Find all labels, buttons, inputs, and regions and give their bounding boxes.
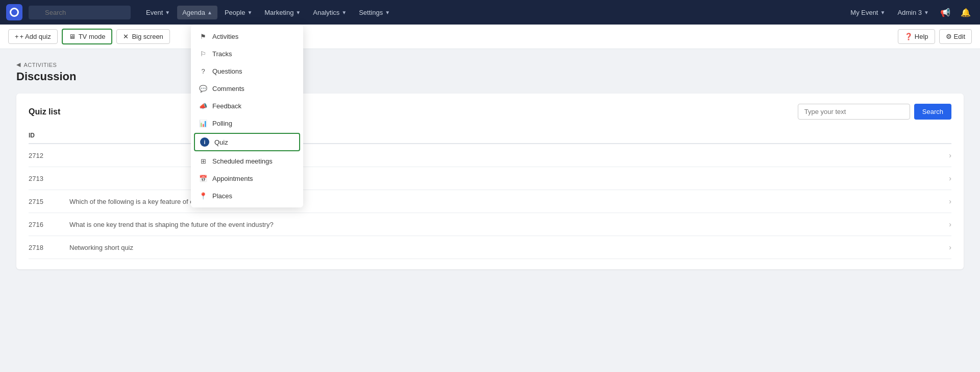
chevron-down-icon: ▼	[880, 10, 885, 15]
feedback-icon: 📣	[199, 102, 207, 110]
row-action[interactable]: ›	[931, 236, 951, 259]
quiz-search-input[interactable]	[798, 104, 910, 120]
chevron-down-icon: ▼	[247, 10, 252, 15]
dropdown-item-feedback[interactable]: 📣Feedback	[191, 97, 303, 114]
chevron-up-icon: ▲	[207, 10, 212, 15]
dropdown-item-tracks[interactable]: ⚐Tracks	[191, 45, 303, 62]
quiz-search-button[interactable]: Search	[914, 104, 951, 120]
activities-icon: ⚑	[199, 32, 207, 40]
dropdown-item-appointments[interactable]: 📅Appointments	[191, 170, 303, 187]
page-title: Discussion	[16, 70, 964, 83]
admin-dropdown[interactable]: Admin 3 ▼	[893, 7, 933, 18]
row-id: 2718	[29, 236, 69, 259]
nav-item-marketing[interactable]: Marketing ▼	[259, 6, 306, 19]
appointments-icon: 📅	[199, 174, 207, 182]
comments-icon: 💬	[199, 84, 207, 92]
chevron-right-icon: ›	[949, 220, 951, 228]
table-row[interactable]: 2715 Which of the following is a key fea…	[29, 190, 951, 213]
nav-item-settings[interactable]: Settings ▼	[354, 6, 395, 19]
row-id: 2713	[29, 167, 69, 190]
search-area: Search	[798, 104, 951, 120]
places-label: Places	[212, 192, 232, 200]
polling-icon: 📊	[199, 119, 207, 127]
scheduled-meetings-label: Scheduled meetings	[212, 157, 273, 165]
places-icon: 📍	[199, 192, 207, 200]
scheduled-meetings-icon: ⊞	[199, 157, 207, 165]
edit-button[interactable]: ⚙ Edit	[939, 29, 972, 44]
row-id: 2716	[29, 213, 69, 236]
chevron-down-icon: ▼	[385, 10, 390, 15]
megaphone-icon[interactable]: 📢	[937, 6, 953, 19]
search-wrapper: 🔍	[29, 6, 131, 19]
chevron-right-icon: ›	[949, 197, 951, 205]
add-quiz-button[interactable]: + + Add quiz	[8, 29, 58, 44]
table-row[interactable]: 2712 ›	[29, 144, 951, 167]
breadcrumb: ◀ ACTIVITIES	[16, 61, 964, 68]
polling-label: Polling	[212, 120, 232, 127]
quiz-panel-title: Quiz list	[29, 107, 60, 117]
toolbar: + + Add quiz 🖥 TV mode ✕ Big screen ❓ He…	[0, 25, 980, 49]
comments-label: Comments	[212, 85, 244, 92]
quiz-panel-header: Quiz list Search	[29, 104, 951, 120]
tv-mode-button[interactable]: 🖥 TV mode	[62, 29, 113, 44]
quiz-table: ID 2712 › 2713 › 2715 Which of the follo…	[29, 128, 951, 259]
toolbar-right: ❓ Help ⚙ Edit	[898, 29, 972, 44]
chevron-right-icon: ›	[949, 243, 951, 251]
row-question: What is one key trend that is shaping th…	[69, 213, 931, 236]
main-content: ◀ ACTIVITIES Discussion Quiz list Search…	[0, 49, 980, 282]
row-action[interactable]: ›	[931, 167, 951, 190]
nav-item-event[interactable]: Event ▼	[141, 6, 175, 19]
questions-icon: ?	[199, 67, 207, 75]
chevron-down-icon: ▼	[924, 10, 929, 15]
breadcrumb-arrow: ◀	[16, 61, 21, 68]
dropdown-item-polling[interactable]: 📊Polling	[191, 114, 303, 132]
row-action[interactable]: ›	[931, 144, 951, 167]
row-action[interactable]: ›	[931, 213, 951, 236]
tracks-icon: ⚐	[199, 50, 207, 58]
dropdown-item-questions[interactable]: ?Questions	[191, 62, 303, 80]
navbar: 🔍 Event ▼ Agenda ▲ People ▼ Marketing ▼ …	[0, 0, 980, 25]
quiz-panel: Quiz list Search ID 2712 › 2713 › 2715 W	[16, 94, 964, 269]
tracks-label: Tracks	[212, 50, 232, 58]
row-id: 2715	[29, 190, 69, 213]
big-screen-button[interactable]: ✕ Big screen	[116, 29, 169, 44]
dropdown-item-comments[interactable]: 💬Comments	[191, 80, 303, 97]
dropdown-item-places[interactable]: 📍Places	[191, 187, 303, 204]
questions-label: Questions	[212, 67, 242, 75]
dropdown-item-scheduled-meetings[interactable]: ⊞Scheduled meetings	[191, 152, 303, 170]
search-input[interactable]	[29, 6, 131, 19]
chevron-right-icon: ›	[949, 151, 951, 159]
table-row[interactable]: 2713 ›	[29, 167, 951, 190]
row-question: Networking short quiz	[69, 236, 931, 259]
quiz-badge-icon: i	[200, 137, 209, 147]
dropdown-item-activities[interactable]: ⚑Activities	[191, 28, 303, 45]
nav-right: My Event ▼ Admin 3 ▼ 📢 🔔	[846, 6, 974, 19]
gear-icon: ⚙	[946, 33, 952, 40]
app-logo[interactable]	[6, 4, 22, 20]
nav-item-analytics[interactable]: Analytics ▼	[308, 6, 352, 19]
chevron-right-icon: ›	[949, 174, 951, 182]
chevron-down-icon: ▼	[296, 10, 301, 15]
notification-icon[interactable]: 🔔	[958, 6, 974, 19]
row-action[interactable]: ›	[931, 190, 951, 213]
appointments-label: Appointments	[212, 175, 253, 182]
feedback-label: Feedback	[212, 102, 241, 110]
nav-item-agenda[interactable]: Agenda ▲	[177, 6, 217, 19]
expand-icon: ✕	[123, 33, 129, 40]
plus-icon: +	[15, 33, 19, 40]
table-row[interactable]: 2718 Networking short quiz ›	[29, 236, 951, 259]
quiz-icon: i	[200, 137, 209, 147]
table-row[interactable]: 2716 What is one key trend that is shapi…	[29, 213, 951, 236]
activities-label: Activities	[212, 33, 238, 40]
quiz-label: Quiz	[214, 138, 228, 146]
chevron-down-icon: ▼	[165, 10, 170, 15]
col-id: ID	[29, 128, 69, 144]
row-id: 2712	[29, 144, 69, 167]
monitor-icon: 🖥	[69, 33, 76, 40]
dropdown-item-quiz[interactable]: iQuiz	[194, 133, 300, 151]
nav-item-people[interactable]: People ▼	[219, 6, 257, 19]
my-event-dropdown[interactable]: My Event ▼	[846, 7, 889, 18]
help-button[interactable]: ❓ Help	[898, 29, 935, 44]
agenda-dropdown-menu: ⚑Activities⚐Tracks?Questions💬Comments📣Fe…	[191, 25, 303, 207]
help-icon: ❓	[904, 33, 913, 40]
